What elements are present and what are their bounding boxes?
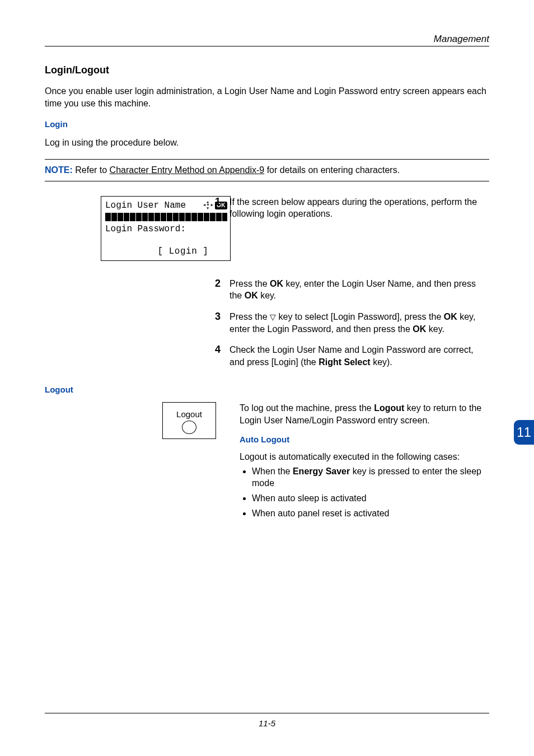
login-lead: Log in using the procedure below. xyxy=(45,137,489,149)
note-block: NOTE: Refer to Character Entry Method on… xyxy=(45,159,489,181)
login-subheading: Login xyxy=(45,119,489,129)
logout-key-label: Logout xyxy=(176,409,202,419)
footer-rule xyxy=(45,713,489,713)
note-suffix: for details on entering characters. xyxy=(264,165,400,175)
note-label: NOTE: xyxy=(45,165,73,175)
step-text-3: Press the ▽ key to select [Login Passwor… xyxy=(229,311,489,335)
step-num-2: 2 xyxy=(209,278,221,302)
step-num-3: 3 xyxy=(209,311,221,335)
note-link[interactable]: Character Entry Method on Appendix-9 xyxy=(110,165,265,175)
dpad-icon: ▲▼◀▶ xyxy=(204,201,213,210)
logout-text: To log out the machine, press the Logout… xyxy=(240,402,489,426)
step-2: 2 Press the OK key, enter the Login User… xyxy=(209,278,489,302)
section-heading: Login/Logout xyxy=(45,64,489,76)
list-item: When auto sleep is activated xyxy=(252,493,489,505)
list-item: When the Energy Saver key is pressed to … xyxy=(252,466,489,489)
page-number: 11-5 xyxy=(45,718,489,728)
logout-key-circle-icon xyxy=(182,421,196,434)
steps-only-row: 2 Press the OK key, enter the Login User… xyxy=(45,278,489,377)
logout-row: Logout To log out the machine, press the… xyxy=(45,402,489,522)
header-rule xyxy=(45,46,489,46)
screen-column: Login User Name ▲▼◀▶ OK Login Password: … xyxy=(45,196,196,261)
login-row: Login User Name ▲▼◀▶ OK Login Password: … xyxy=(45,196,489,261)
note-prefix: Refer to xyxy=(73,165,110,175)
steps-column-2: 2 Press the OK key, enter the Login User… xyxy=(209,278,489,377)
step-text-2: Press the OK key, enter the Login User N… xyxy=(229,278,489,302)
down-triangle-icon: ▽ xyxy=(270,312,276,321)
chapter-tab: 11 xyxy=(514,420,534,445)
auto-logout-lead: Logout is automatically executed in the … xyxy=(240,451,489,463)
section-intro: Once you enable user login administratio… xyxy=(45,85,489,109)
lcd-softkey: [ Login ] xyxy=(105,246,227,257)
logout-text-col: To log out the machine, press the Logout… xyxy=(240,402,489,522)
note-bottom-rule xyxy=(45,181,489,181)
auto-logout-list: When the Energy Saver key is pressed to … xyxy=(252,466,489,519)
lcd-line1-text: Login User Name xyxy=(105,200,186,211)
page-footer: 11-5 xyxy=(45,713,489,728)
step-text-4: Check the Login User Name and Login Pass… xyxy=(229,344,489,368)
steps-column: 1 If the screen below appears during the… xyxy=(209,196,489,229)
page-header-title: Management xyxy=(45,34,489,45)
step-text-1: If the screen below appears during the o… xyxy=(229,196,489,220)
list-item: When auto panel reset is activated xyxy=(252,508,489,520)
auto-logout-subheading: Auto Logout xyxy=(240,435,489,444)
logout-key-illustration: Logout xyxy=(162,402,216,439)
step-1: 1 If the screen below appears during the… xyxy=(209,196,489,220)
logout-subheading: Logout xyxy=(45,385,489,394)
step-num-4: 4 xyxy=(209,344,221,368)
step-4: 4 Check the Login User Name and Login Pa… xyxy=(209,344,489,368)
note-text: NOTE: Refer to Character Entry Method on… xyxy=(45,160,489,181)
step-3: 3 Press the ▽ key to select [Login Passw… xyxy=(209,311,489,335)
logout-icon-col: Logout xyxy=(45,402,226,439)
lcd-row1: Login User Name ▲▼◀▶ OK xyxy=(105,200,227,211)
